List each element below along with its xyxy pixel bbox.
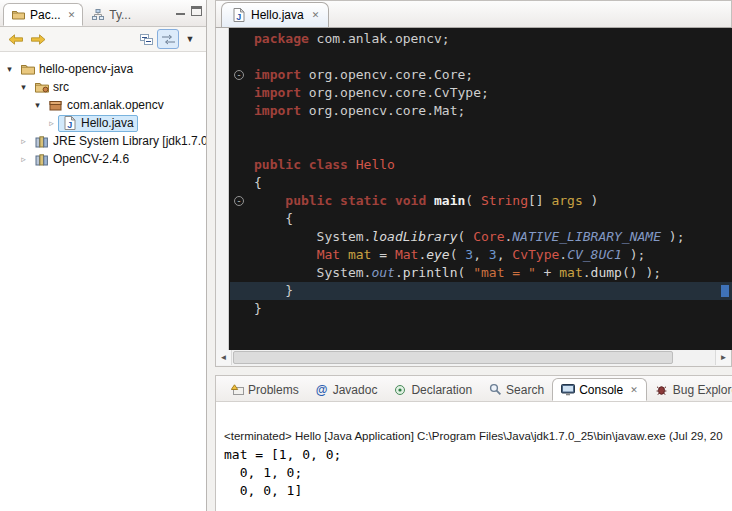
code-token: (	[458, 229, 474, 244]
tree-item-src[interactable]: ▾src	[0, 78, 206, 96]
minimize-icon[interactable]	[175, 6, 186, 16]
code-token	[332, 193, 340, 208]
code-line[interactable]: {	[230, 174, 732, 192]
close-icon[interactable]: ✕	[68, 10, 76, 20]
project-icon	[20, 63, 35, 75]
tree-item-label: src	[53, 80, 69, 94]
javadoc-icon: @	[315, 383, 329, 397]
code-token: []	[528, 193, 551, 208]
package-icon	[48, 100, 63, 111]
tree-item-hello-opencv-java[interactable]: ▾hello-opencv-java	[0, 60, 206, 78]
code-line[interactable]: import org.opencv.core.CvType;	[230, 84, 732, 102]
code-token: CV_8UC1	[567, 247, 622, 262]
code-line[interactable]: import org.opencv.core.Core;	[230, 66, 732, 84]
code-line[interactable]	[230, 138, 732, 156]
tree-item-jre-system-library-jdk1-7-0-25[interactable]: ▹JRE System Library [jdk1.7.0_25]	[0, 132, 206, 150]
code-line[interactable]: import org.opencv.core.Mat;	[230, 102, 732, 120]
cursor-line-marker	[721, 285, 729, 297]
code-token: void	[395, 193, 426, 208]
code-token: static	[340, 193, 387, 208]
code-line[interactable]: public class Hello	[230, 156, 732, 174]
code-editor[interactable]: package com.anlak.opencv;import org.open…	[215, 28, 732, 350]
java-file-icon: J	[62, 116, 77, 130]
tree-item-label: hello-opencv-java	[39, 62, 133, 76]
code-token: org.opencv.core.Mat;	[301, 103, 465, 118]
code-line[interactable]: package com.anlak.opencv;	[230, 30, 732, 48]
tree-item-label: com.anlak.opencv	[67, 98, 164, 112]
code-line[interactable]: {	[230, 210, 732, 228]
code-line[interactable]	[230, 120, 732, 138]
tree-item-content: com.anlak.opencv	[44, 97, 168, 114]
annotation-ruler	[216, 28, 229, 350]
tree-item-opencv-2-4-6[interactable]: ▹OpenCV-2.4.6	[0, 150, 206, 168]
scroll-right-icon[interactable]: ►	[715, 350, 731, 365]
code-token: loadLibrary	[371, 229, 457, 244]
maximize-icon[interactable]	[191, 6, 202, 16]
code-token	[340, 247, 348, 262]
code-line-current[interactable]: }	[230, 282, 732, 300]
tree-item-content: JHello.java	[58, 115, 138, 132]
tree-item-label: OpenCV-2.4.6	[53, 152, 129, 166]
expand-arrow-icon[interactable]: ▹	[17, 136, 30, 146]
fold-collapse-icon[interactable]	[234, 196, 244, 206]
expand-arrow-icon[interactable]: ▹	[17, 154, 30, 164]
code-token: "mat = "	[473, 265, 536, 280]
horizontal-scrollbar[interactable]: ◄ ►	[215, 350, 732, 367]
tab-search[interactable]: Search	[480, 378, 552, 401]
forward-icon[interactable]	[27, 29, 49, 49]
code-line[interactable]: public static void main( String[] args )	[230, 192, 732, 210]
close-icon[interactable]: ✕	[312, 10, 320, 20]
svg-text:J: J	[236, 12, 241, 22]
tab-package-explorer[interactable]: Pac... ✕	[3, 3, 83, 26]
code-area[interactable]: package com.anlak.opencv;import org.open…	[230, 30, 732, 350]
tab-bug-explorer[interactable]: Bug Explorer	[647, 378, 732, 401]
tab-label: Declaration	[411, 383, 472, 397]
code-line[interactable]: System.loadLibrary( Core.NATIVE_LIBRARY_…	[230, 228, 732, 246]
code-token: );	[661, 229, 684, 244]
code-line[interactable]: Mat mat = Mat.eye( 3, 3, CvType.CV_8UC1 …	[230, 246, 732, 264]
collapse-arrow-icon[interactable]: ▾	[17, 82, 30, 92]
fold-collapse-icon[interactable]	[234, 70, 244, 80]
code-token: import	[254, 67, 301, 82]
code-token: System.	[254, 265, 371, 280]
code-token: )	[583, 193, 599, 208]
tree-item-com-anlak-opencv[interactable]: ▾com.anlak.opencv	[0, 96, 206, 114]
tab-type-hierarchy[interactable]: Ty...	[83, 3, 138, 26]
close-icon[interactable]: ✕	[630, 385, 638, 395]
code-token: String	[481, 193, 528, 208]
tab-label: Bug Explorer	[673, 383, 732, 397]
code-token: org.opencv.core.Core;	[301, 67, 473, 82]
code-line[interactable]	[230, 48, 732, 66]
code-token: );	[622, 247, 645, 262]
code-token: args	[551, 193, 582, 208]
console-header: <terminated> Hello [Java Application] C:…	[216, 402, 732, 444]
tree-item-content: src	[30, 79, 73, 96]
back-icon[interactable]	[5, 29, 27, 49]
expand-arrow-icon[interactable]: ▹	[45, 118, 58, 128]
tab-console[interactable]: Console✕	[552, 378, 647, 401]
code-token: 3	[489, 247, 497, 262]
tab-label: Javadoc	[333, 383, 378, 397]
collapse-all-icon[interactable]	[135, 29, 157, 49]
link-with-editor-icon[interactable]	[157, 29, 179, 49]
code-token: .	[559, 247, 567, 262]
tab-declaration[interactable]: Declaration	[385, 378, 480, 401]
console-output[interactable]: mat = [1, 0, 0; 0, 1, 0; 0, 0, 1]	[216, 444, 732, 500]
code-token: public	[254, 157, 301, 172]
tab-problems[interactable]: Problems	[222, 378, 307, 401]
code-token: Mat	[317, 247, 340, 262]
tree-item-hello-java[interactable]: ▹JHello.java	[0, 114, 206, 132]
scrollbar-thumb[interactable]	[233, 351, 673, 364]
collapse-arrow-icon[interactable]: ▾	[31, 100, 44, 110]
code-line[interactable]: System.out.println( "mat = " + mat.dump(…	[230, 264, 732, 282]
collapse-arrow-icon[interactable]: ▾	[3, 64, 16, 74]
tree-item-label: JRE System Library [jdk1.7.0_25]	[53, 134, 206, 148]
scroll-left-icon[interactable]: ◄	[216, 350, 232, 365]
code-token	[426, 193, 434, 208]
code-line[interactable]: }	[230, 300, 732, 318]
tab-javadoc[interactable]: @Javadoc	[307, 378, 386, 401]
view-menu-icon[interactable]: ▼	[179, 29, 201, 49]
tab-hello-java[interactable]: J Hello.java ✕	[221, 2, 329, 27]
tab-label: Ty...	[109, 8, 131, 22]
java-file-icon: J	[231, 8, 246, 22]
